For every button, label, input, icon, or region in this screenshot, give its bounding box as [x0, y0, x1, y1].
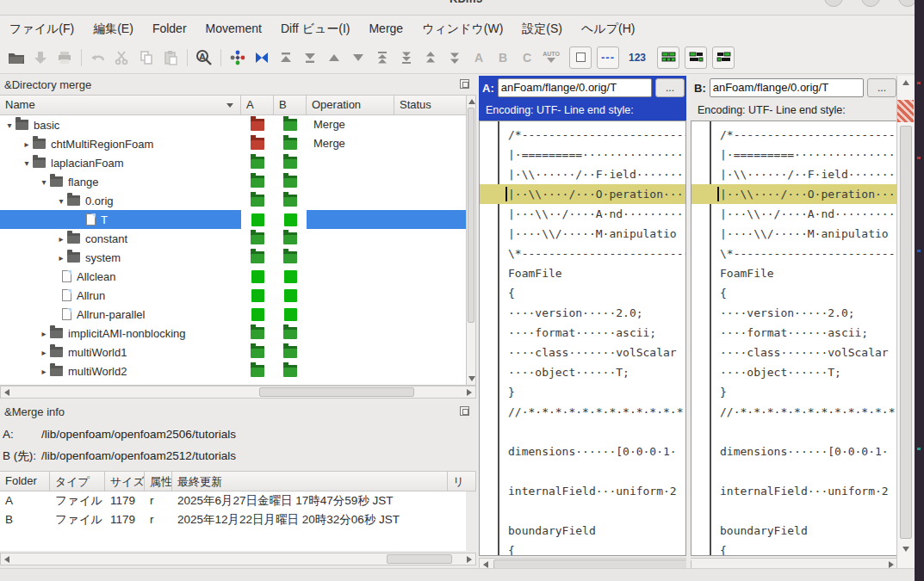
scrollbar-thumb[interactable]: [468, 108, 474, 323]
code-line[interactable]: |····\\/·····M·anipulatio: [691, 224, 898, 244]
code-line[interactable]: \*--------------------------------------…: [480, 244, 686, 263]
operation-cell[interactable]: [307, 172, 394, 191]
operation-cell[interactable]: [307, 248, 394, 267]
code-line[interactable]: FoamFile: [691, 263, 898, 283]
scroll-right-icon[interactable]: [889, 561, 894, 568]
diff-vertical-scrollbar[interactable]: [896, 76, 915, 571]
code-line[interactable]: internalField···uniform·2: [691, 481, 898, 501]
code-line[interactable]: /*--------------------------------------…: [480, 125, 686, 145]
operation-cell[interactable]: [307, 343, 394, 362]
copy-icon[interactable]: [135, 46, 158, 69]
tree-row[interactable]: Allrun: [0, 286, 466, 305]
operation-cell[interactable]: [307, 324, 394, 343]
column-header-name[interactable]: Name: [0, 96, 241, 114]
info-horizontal-scrollbar[interactable]: [0, 553, 476, 566]
scroll-right-icon[interactable]: [467, 389, 472, 396]
header-modified[interactable]: 最終更新: [172, 472, 448, 491]
tree-row[interactable]: implicitAMI-nonblocking: [0, 324, 466, 343]
open-folder-icon[interactable]: [5, 46, 28, 69]
code-line[interactable]: dimensions······[0·0·0·1·: [480, 442, 686, 461]
code-line[interactable]: {: [691, 283, 898, 303]
printer-icon[interactable]: [53, 46, 76, 69]
operation-cell[interactable]: [307, 305, 394, 324]
scroll-up-icon[interactable]: [468, 99, 475, 104]
pane-a-path-input[interactable]: anFoam/flange/0.orig/T: [498, 78, 652, 97]
view-layout-all-button[interactable]: [657, 46, 679, 69]
goto-current-delta-star-icon[interactable]: [226, 46, 249, 69]
view-layout-mix1-button[interactable]: [685, 46, 707, 69]
info-row-b[interactable]: B ファイル 1179 r 2025年12月22日月曜日 20時32分06秒 J…: [0, 510, 466, 529]
code-line[interactable]: ····version·····2.0;: [691, 303, 898, 323]
show-line-numbers-button[interactable]: 123: [626, 46, 648, 69]
code-line[interactable]: ····format······ascii;: [691, 323, 898, 343]
tree-row[interactable]: multiWorld2: [0, 362, 466, 380]
info-row-a[interactable]: A ファイル 1179 r 2025年6月27日金曜日 17時47分59秒 JS…: [0, 491, 466, 510]
operation-cell[interactable]: [307, 267, 394, 286]
operation-cell[interactable]: [307, 362, 394, 380]
expander-icon[interactable]: [55, 253, 67, 263]
scroll-left-icon[interactable]: [4, 389, 9, 396]
header-attr[interactable]: 属性: [145, 472, 172, 491]
operation-cell[interactable]: [307, 210, 394, 229]
diff-overview-mark[interactable]: [897, 100, 914, 122]
pane-b-editor[interactable]: /*--------------------------------------…: [691, 121, 898, 556]
menu-help[interactable]: ヘルプ(H): [572, 16, 644, 41]
code-line[interactable]: [691, 461, 898, 481]
code-line[interactable]: ····class·······volScalar: [480, 343, 686, 362]
expander-icon[interactable]: [38, 177, 50, 187]
expander-icon[interactable]: [38, 367, 50, 376]
code-line[interactable]: {: [480, 283, 686, 303]
scroll-down-icon[interactable]: [902, 547, 909, 552]
pane-b-browse-button[interactable]: ...: [867, 78, 896, 97]
code-line[interactable]: }: [691, 382, 898, 402]
code-line[interactable]: |···\\··/····A·nd·······················…: [691, 204, 898, 224]
header-size[interactable]: サイズ: [105, 472, 145, 491]
code-line[interactable]: [691, 501, 898, 521]
code-line[interactable]: [691, 422, 898, 442]
code-line-highlighted[interactable]: |··\\····/···O·peration·················…: [480, 184, 686, 204]
select-c-button[interactable]: C: [516, 46, 538, 69]
column-header-a[interactable]: A: [241, 96, 274, 114]
tree-row[interactable]: flange: [0, 172, 466, 191]
code-line[interactable]: dimensions······[0·0·0·1·: [691, 442, 898, 461]
expander-icon[interactable]: [21, 158, 33, 168]
panel-splitter[interactable]: [476, 76, 479, 568]
operation-cell[interactable]: [307, 191, 394, 210]
next-conflict-icon[interactable]: [395, 46, 418, 69]
float-panel-icon[interactable]: [460, 406, 469, 416]
code-line[interactable]: FoamFile: [480, 263, 686, 283]
scroll-up-icon[interactable]: [902, 80, 909, 85]
expander-icon[interactable]: [55, 234, 67, 244]
tree-row[interactable]: Allrun-parallel: [0, 305, 466, 324]
code-line[interactable]: |·\\······/··F·ield·····················…: [480, 164, 686, 184]
code-line[interactable]: ····object······T;: [691, 362, 898, 382]
menu-window[interactable]: ウィンドウ(W): [412, 16, 512, 41]
code-line[interactable]: }: [480, 382, 686, 402]
tree-row[interactable]: constant: [0, 229, 466, 248]
menu-file[interactable]: ファイル(F): [0, 16, 84, 41]
code-line[interactable]: [480, 501, 686, 521]
pane-splitter[interactable]: [686, 76, 691, 568]
expander-icon[interactable]: [38, 348, 50, 357]
code-line-highlighted[interactable]: |··\\····/···O·peration·················…: [691, 184, 898, 204]
code-line[interactable]: |·\\······/··F·ield·····················…: [691, 164, 898, 184]
header-type[interactable]: タイプ: [50, 472, 105, 491]
header-link[interactable]: リ: [448, 472, 475, 491]
tree-row-selected[interactable]: T: [0, 210, 466, 229]
scroll-right-icon[interactable]: [467, 556, 472, 563]
auto-advance-button[interactable]: AUTO: [540, 46, 562, 69]
save-arrow-icon[interactable]: [29, 46, 52, 69]
expander-icon[interactable]: [21, 139, 33, 149]
show-whitespace-button[interactable]: [569, 46, 592, 69]
scrollbar-thumb[interactable]: [387, 554, 452, 564]
blue-bowtie-icon[interactable]: [251, 46, 273, 69]
menu-edit[interactable]: 編集(E): [84, 16, 143, 41]
expander-icon[interactable]: [55, 196, 67, 206]
menu-merge[interactable]: Merge: [359, 16, 412, 41]
expander-icon[interactable]: [38, 329, 50, 338]
scrollbar-thumb[interactable]: [900, 126, 912, 539]
prev-conflict-icon[interactable]: [371, 46, 394, 69]
select-a-button[interactable]: A: [468, 46, 490, 69]
float-panel-icon[interactable]: [460, 79, 469, 89]
code-line[interactable]: {: [480, 541, 686, 556]
